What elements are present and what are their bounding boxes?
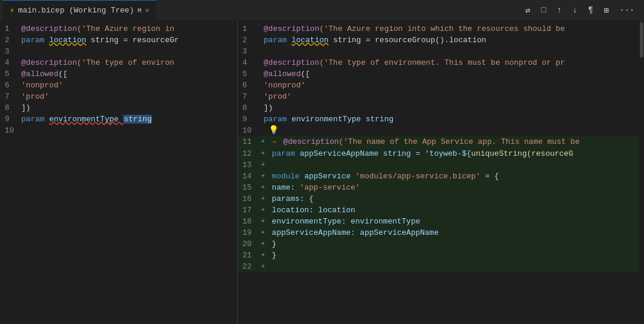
scrollbar[interactable] (639, 21, 644, 324)
line-1: 1 @description('The Azure region in (0, 23, 237, 34)
right-line-11: 11 + → @description('The name of the App… (238, 136, 644, 148)
right-line-3: 3 (238, 46, 644, 57)
line-6: 6 'nonprod' (0, 80, 237, 91)
line-10: 10 (0, 125, 237, 136)
right-line-1: 1 @description('The Azure region into wh… (238, 23, 644, 34)
tab-bar: ⚡ main.bicep (Working Tree) M ✕ ⇄ □ ↑ ↓ … (0, 0, 644, 21)
right-line-16: 16 + params: { (238, 193, 644, 205)
line-8: 8 ]) (0, 102, 237, 114)
tab-title: main.bicep (Working Tree) (18, 6, 134, 15)
more-actions-button[interactable]: ··· (617, 4, 637, 16)
line-7: 7 'prod' (0, 91, 237, 102)
toolbar-right: ⇄ □ ↑ ↓ ¶ ⊞ ··· (523, 4, 642, 17)
right-code-area: 1 @description('The Azure region into wh… (238, 21, 644, 324)
tab-modified-indicator: M (137, 7, 141, 14)
lightbulb-icon[interactable]: 💡 (269, 125, 279, 135)
editor-content: 1 @description('The Azure region in 2 pa… (0, 21, 644, 324)
right-line-14: 14 + module appService 'modules/app-serv… (238, 171, 644, 182)
right-line-10: 10 💡 (238, 125, 644, 136)
right-line-2: 2 param location string = resourceGroup(… (238, 34, 644, 46)
left-code-area: 1 @description('The Azure region in 2 pa… (0, 21, 237, 324)
main-tab[interactable]: ⚡ main.bicep (Working Tree) M ✕ (2, 0, 156, 21)
right-line-18: 18 + environmentType: environmentType (238, 216, 644, 227)
right-line-13: 13 + (238, 159, 644, 171)
right-line-17: 17 + location: location (238, 205, 644, 216)
right-line-8: 8 ]) (238, 102, 644, 114)
line-3: 3 (0, 46, 237, 57)
right-line-21: 21 + } (238, 250, 644, 261)
line-4: 4 @description('The type of environ (0, 57, 237, 68)
line-2: 2 param location string = resourceGr (0, 34, 237, 46)
arrow-icon: → (272, 138, 276, 146)
right-line-22: 22 + (238, 261, 644, 272)
left-pane: 1 @description('The Azure region in 2 pa… (0, 21, 238, 324)
right-line-12: 12 + param appServiceAppName string = 't… (238, 148, 644, 159)
toggle-button[interactable]: □ (539, 4, 548, 16)
right-line-6: 6 'nonprod' (238, 80, 644, 91)
line-9: 9 param environmentType string (0, 114, 237, 125)
right-line-19: 19 + appServiceAppName: appServiceAppNam… (238, 227, 644, 238)
inline-view-button[interactable]: ⊞ (601, 4, 611, 17)
editor-container: ⚡ main.bicep (Working Tree) M ✕ ⇄ □ ↑ ↓ … (0, 0, 644, 324)
prev-change-button[interactable]: ↑ (554, 4, 564, 16)
right-pane: 1 @description('The Azure region into wh… (238, 21, 644, 324)
right-line-20: 20 + } (238, 238, 644, 250)
tab-close-button[interactable]: ✕ (145, 6, 149, 15)
right-line-4: 4 @description('The type of environment.… (238, 57, 644, 68)
scrollbar-thumb[interactable] (640, 22, 643, 58)
line-5: 5 @allowed([ (0, 68, 237, 80)
right-line-7: 7 'prod' (238, 91, 644, 102)
right-line-5: 5 @allowed([ (238, 68, 644, 80)
split-editor-button[interactable]: ⇄ (523, 4, 532, 17)
file-icon: ⚡ (10, 5, 14, 15)
whitespace-button[interactable]: ¶ (586, 4, 595, 16)
next-change-button[interactable]: ↓ (570, 4, 580, 16)
right-line-15: 15 + name: 'app-service' (238, 182, 644, 193)
right-line-9: 9 param environmentType string (238, 114, 644, 125)
tab-group: ⚡ main.bicep (Working Tree) M ✕ (2, 0, 156, 21)
